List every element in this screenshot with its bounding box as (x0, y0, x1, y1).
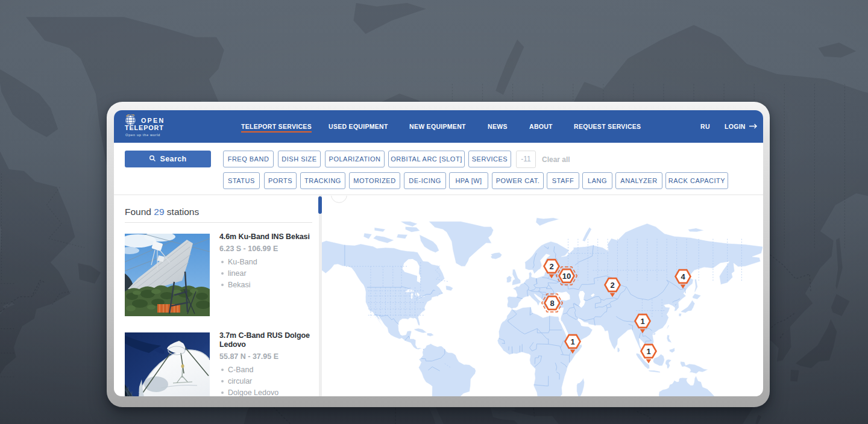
svg-text:1: 1 (640, 317, 644, 326)
svg-text:8: 8 (550, 299, 554, 308)
svg-text:2: 2 (610, 281, 614, 290)
svg-text:4: 4 (681, 272, 685, 281)
svg-text:10: 10 (562, 272, 571, 281)
svg-text:1: 1 (646, 347, 650, 356)
svg-text:1: 1 (570, 337, 574, 346)
